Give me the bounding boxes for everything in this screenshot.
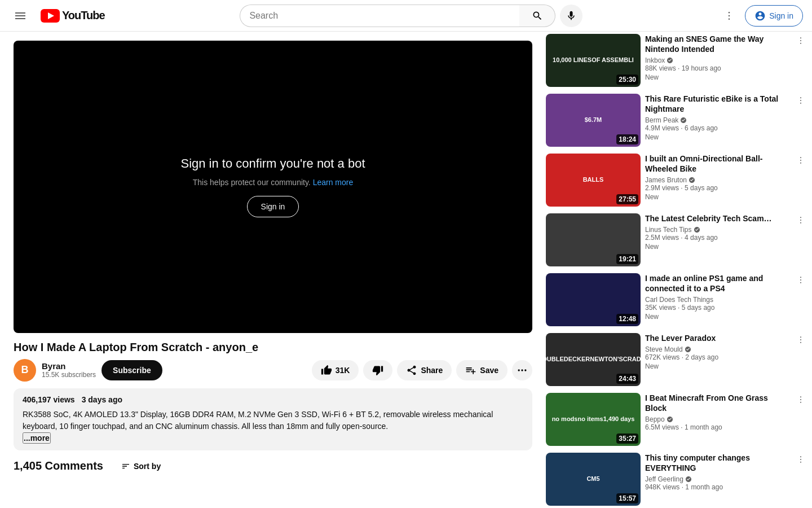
new-badge: New [645,243,785,251]
thumbnail-wrapper: 12:48 [546,273,641,326]
sign-in-overlay: Sign in to confirm you're not a bot This… [180,156,365,217]
show-more-button[interactable]: ...more [23,432,51,444]
sidebar-channel: Inkbox [645,56,785,64]
learn-more-link[interactable]: Learn more [313,178,354,187]
svg-point-16 [800,103,801,104]
search-button[interactable] [519,5,555,27]
channel-subscribers: 15.5K subscribers [42,371,96,379]
verified-icon [680,117,687,124]
thumbnail-wrapper: $6.7M 18:24 [546,94,641,147]
channel-name: Berm Peak [645,116,678,124]
sidebar-video-item[interactable]: CM5 15:57 This tiny computer changes EVE… [546,450,807,508]
more-actions-button[interactable] [512,360,532,380]
sidebar-channel: James Bruton [645,176,785,184]
verified-icon [685,346,691,353]
svg-point-15 [800,100,801,101]
channel-info: B Byran 15.5K subscribers Subscribe [14,359,307,382]
save-label: Save [480,366,498,375]
svg-point-32 [800,456,801,457]
like-count: 31K [336,366,350,375]
svg-point-24 [800,279,801,281]
new-badge: New [645,133,785,141]
more-options-button[interactable] [718,5,740,27]
sidebar-meta: 2.5M views · 4 days ago [645,234,785,242]
new-badge: New [645,193,785,201]
description-text: RK3588 SoC, 4K AMOLED 13.3" Display, 16G… [23,409,523,432]
sidebar-video-item[interactable]: $6.7M 18:24 This Rare Futuristic eBike i… [546,91,807,151]
svg-rect-1 [15,15,25,16]
overlay-sign-in-button[interactable]: Sign in [247,196,299,217]
svg-point-20 [800,217,801,218]
sidebar-video-item[interactable]: 10,000 LINESOF ASSEMBLI 25:30 Making an … [546,32,807,91]
sidebar-meta: 35K views · 5 days ago [645,304,785,312]
view-count: 406,197 views [23,395,75,404]
share-label: Share [421,366,443,375]
sidebar-more-button[interactable] [794,213,807,229]
sidebar-meta: 4.9M views · 6 days ago [645,124,785,132]
video-meta-row: B Byran 15.5K subscribers Subscribe 31K … [14,359,532,382]
video-age: 3 days ago [82,395,122,404]
description-box[interactable]: 406,197 views 3 days ago RK3588 SoC, 4K … [14,388,532,450]
duration-badge: 35:27 [616,433,638,444]
svg-point-27 [800,339,801,340]
sidebar-info: I built an Omni-Directional Ball-Wheeled… [645,154,789,207]
thumbnail-wrapper: BALLS 27:55 [546,154,641,207]
new-badge: New [645,73,785,81]
duration-badge: 15:57 [616,493,638,503]
duration-badge: 25:30 [616,75,638,85]
video-player[interactable]: Sign in to confirm you're not a bot This… [14,41,532,333]
like-button[interactable]: 31K [312,360,359,380]
thumbnail-wrapper: 19:21 [546,213,641,266]
duration-badge: 19:21 [616,254,638,264]
sidebar-meta: 672K views · 2 days ago [645,353,785,361]
channel-name: Steve Mould [645,345,683,353]
sidebar-title: I made an online PS1 game and connected … [645,273,785,294]
sidebar-title: I built an Omni-Directional Ball-Wheeled… [645,154,785,174]
sidebar-video-item[interactable]: 19:21 The Latest Celebrity Tech Scam… Li… [546,211,807,271]
sidebar-info: Making an SNES Game the Way Nintendo Int… [645,34,789,87]
svg-point-10 [524,369,526,371]
menu-button[interactable] [9,5,32,27]
verified-icon [667,416,673,423]
svg-point-12 [800,40,801,41]
share-button[interactable]: Share [397,360,452,380]
svg-point-13 [800,43,801,44]
svg-point-8 [518,369,520,371]
sidebar-video-item[interactable]: 12:48 I made an online PS1 game and conn… [546,271,807,331]
channel-name: Linus Tech Tips [645,226,692,234]
verified-icon [667,57,673,64]
svg-point-6 [729,15,730,16]
sidebar-more-button[interactable] [794,393,807,408]
sidebar-more-button[interactable] [794,453,807,468]
sidebar-video-item[interactable]: DOUBLEDECKERNEWTON'SCRADLE 24:43 The Lev… [546,331,807,391]
sidebar-more-button[interactable] [794,273,807,288]
sidebar-title: This Rare Futuristic eBike is a Total Ni… [645,94,785,114]
channel-details: Byran 15.5K subscribers [42,361,96,379]
youtube-logo[interactable]: YouTube [41,9,105,23]
save-button[interactable]: Save [456,360,508,380]
sidebar-title: The Lever Paradox [645,333,785,343]
action-buttons: 31K Share Save [312,360,532,380]
new-badge: New [645,362,785,370]
subscribe-button[interactable]: Subscribe [102,360,162,380]
duration-badge: 27:55 [616,194,638,204]
sidebar-more-button[interactable] [794,333,807,348]
duration-badge: 12:48 [616,314,638,324]
main-container: Sign in to confirm you're not a bot This… [0,32,812,508]
dislike-button[interactable] [363,360,392,380]
search-input[interactable] [240,5,519,27]
sign-in-button[interactable]: Sign in [745,5,803,27]
overlay-subtitle: This helps protect our community. Learn … [193,178,354,187]
sidebar-video-item[interactable]: BALLS 27:55 I built an Omni-Directional … [546,151,807,211]
svg-point-29 [800,396,801,397]
sidebar-info: The Lever Paradox Steve Mould 672K views… [645,333,789,386]
sidebar-more-button[interactable] [794,94,807,109]
sort-button[interactable]: Sort by [117,459,165,473]
verified-icon [694,226,700,233]
sidebar: 10,000 LINESOF ASSEMBLI 25:30 Making an … [541,32,812,508]
sidebar-video-item[interactable]: no modsno items1,490 days 35:27 I Beat M… [546,391,807,450]
voice-search-button[interactable] [560,5,582,27]
sidebar-more-button[interactable] [794,34,807,49]
sidebar-more-button[interactable] [794,154,807,169]
sidebar-info: I made an online PS1 game and connected … [645,273,789,326]
